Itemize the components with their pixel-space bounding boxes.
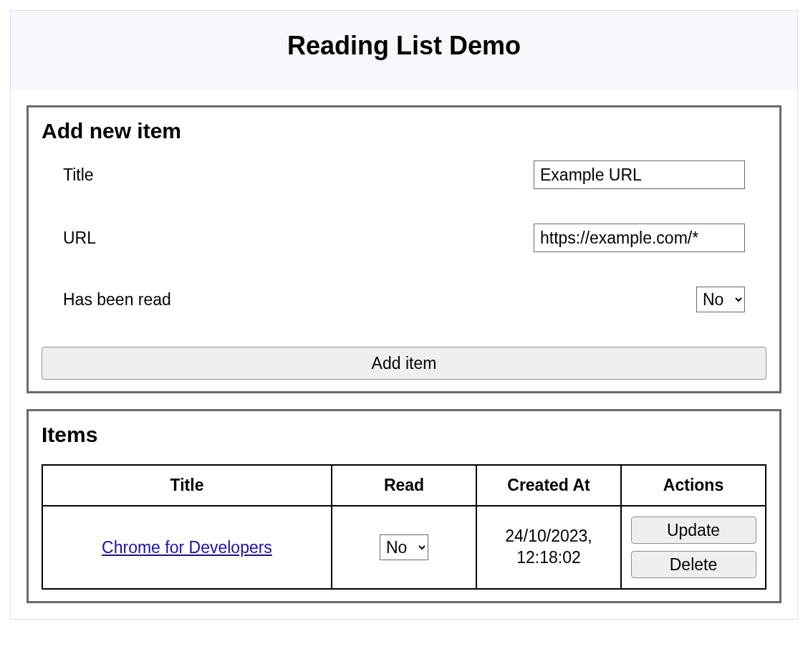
cell-actions: Update Delete	[621, 506, 766, 589]
add-item-heading: Add new item	[42, 119, 766, 143]
url-input[interactable]	[534, 224, 745, 252]
read-row: Has been read No Yes	[63, 287, 745, 312]
delete-button[interactable]: Delete	[631, 551, 756, 578]
cell-title: Chrome for Developers	[42, 506, 332, 589]
items-table: Title Read Created At Actions Chrome for…	[42, 464, 766, 590]
title-row: Title	[63, 160, 745, 189]
title-input[interactable]	[534, 160, 745, 189]
add-item-button[interactable]: Add item	[42, 347, 766, 380]
items-heading: Items	[42, 423, 766, 447]
cell-created: 24/10/2023, 12:18:02	[476, 506, 621, 589]
column-actions: Actions	[621, 465, 766, 506]
table-row: Chrome for Developers No Yes 24/10/2023,…	[42, 506, 766, 589]
column-title: Title	[42, 465, 332, 506]
header: Reading List Demo	[11, 11, 797, 90]
content: Add new item Title URL Has been read No …	[11, 90, 797, 619]
column-created: Created At	[476, 465, 621, 506]
read-select[interactable]: No Yes	[696, 287, 745, 312]
table-header-row: Title Read Created At Actions	[42, 465, 766, 506]
add-item-panel: Add new item Title URL Has been read No …	[27, 105, 781, 393]
column-read: Read	[332, 465, 476, 506]
row-read-select[interactable]: No Yes	[380, 534, 428, 560]
items-panel: Items Title Read Created At Actions Chro…	[27, 409, 781, 603]
update-button[interactable]: Update	[631, 517, 756, 544]
read-label: Has been read	[63, 290, 171, 309]
page-title: Reading List Demo	[25, 31, 783, 61]
url-label: URL	[63, 229, 96, 248]
app-container: Reading List Demo Add new item Title URL…	[10, 10, 798, 620]
title-label: Title	[63, 165, 94, 185]
url-row: URL	[63, 224, 745, 252]
item-link[interactable]: Chrome for Developers	[102, 538, 272, 557]
cell-read: No Yes	[332, 506, 476, 589]
add-item-form: Title URL Has been read No Yes	[42, 160, 766, 312]
